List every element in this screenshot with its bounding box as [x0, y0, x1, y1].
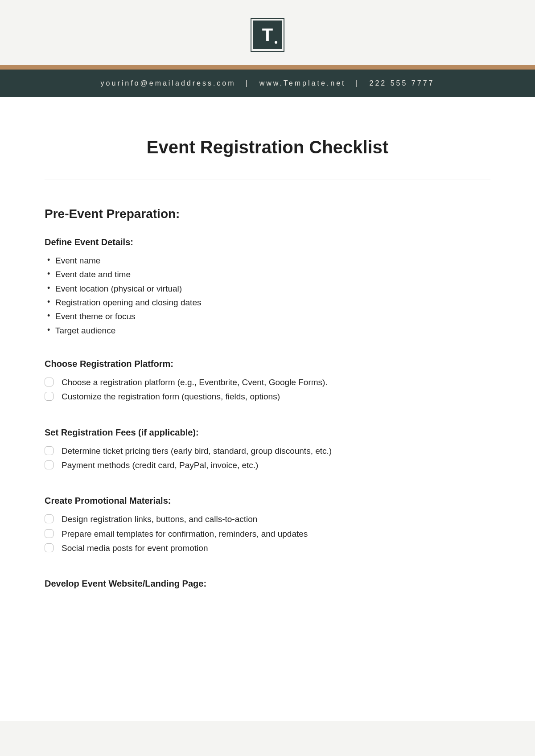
logo-icon: T	[253, 21, 282, 49]
checklist-item: Choose a registration platform (e.g., Ev…	[45, 375, 490, 390]
checkbox-icon[interactable]	[45, 460, 54, 469]
list-item: Target audience	[47, 324, 490, 337]
contact-website: www.Template.net	[259, 79, 346, 87]
subsection-promotional-materials: Create Promotional Materials:	[45, 496, 490, 506]
list-item: Registration opening and closing dates	[47, 296, 490, 309]
checklist-item: Determine ticket pricing tiers (early bi…	[45, 444, 490, 458]
checklist-label: Customize the registration form (questio…	[62, 390, 280, 404]
bullet-list-define-details: Event name Event date and time Event loc…	[45, 254, 490, 337]
checklist-label: Social media posts for event promotion	[62, 541, 208, 555]
subsection-registration-platform: Choose Registration Platform:	[45, 359, 490, 369]
header-area: T	[0, 0, 535, 65]
checkbox-icon[interactable]	[45, 392, 54, 401]
subsection-registration-fees: Set Registration Fees (if applicable):	[45, 427, 490, 438]
subsection-define-details: Define Event Details:	[45, 237, 490, 247]
checklist-item: Prepare email templates for confirmation…	[45, 527, 490, 541]
checklist-label: Payment methods (credit card, PayPal, in…	[62, 458, 258, 472]
checkbox-icon[interactable]	[45, 378, 54, 386]
checkbox-icon[interactable]	[45, 529, 54, 538]
checklist-item: Payment methods (credit card, PayPal, in…	[45, 458, 490, 472]
checklist-promotional-materials: Design registration links, buttons, and …	[45, 512, 490, 555]
contact-bar: yourinfo@emailaddress.com | www.Template…	[0, 70, 535, 97]
section-heading: Pre-Event Preparation:	[45, 207, 490, 221]
page-title: Event Registration Checklist	[45, 137, 490, 157]
document-body: Event Registration Checklist Pre-Event P…	[0, 97, 535, 721]
separator: |	[356, 79, 359, 87]
accent-bar	[0, 65, 535, 70]
list-item: Event location (physical or virtual)	[47, 282, 490, 296]
list-item: Event name	[47, 254, 490, 267]
checklist-item: Social media posts for event promotion	[45, 541, 490, 555]
checklist-registration-platform: Choose a registration platform (e.g., Ev…	[45, 375, 490, 404]
checklist-label: Design registration links, buttons, and …	[62, 512, 257, 526]
contact-phone: 222 555 7777	[370, 79, 435, 87]
checklist-label: Prepare email templates for confirmation…	[62, 527, 308, 541]
checklist-label: Choose a registration platform (e.g., Ev…	[62, 375, 328, 390]
subsection-event-website: Develop Event Website/Landing Page:	[45, 579, 490, 589]
checklist-registration-fees: Determine ticket pricing tiers (early bi…	[45, 444, 490, 473]
list-item: Event date and time	[47, 267, 490, 281]
separator: |	[246, 79, 249, 87]
contact-email: yourinfo@emailaddress.com	[101, 79, 236, 87]
checklist-item: Design registration links, buttons, and …	[45, 512, 490, 526]
checklist-label: Determine ticket pricing tiers (early bi…	[62, 444, 332, 458]
checkbox-icon[interactable]	[45, 543, 54, 552]
checklist-item: Customize the registration form (questio…	[45, 390, 490, 404]
logo-frame: T	[251, 18, 284, 52]
logo-letter: T	[262, 25, 273, 45]
list-item: Event theme or focus	[47, 309, 490, 323]
checkbox-icon[interactable]	[45, 446, 54, 455]
checkbox-icon[interactable]	[45, 514, 54, 523]
title-divider	[45, 180, 490, 180]
